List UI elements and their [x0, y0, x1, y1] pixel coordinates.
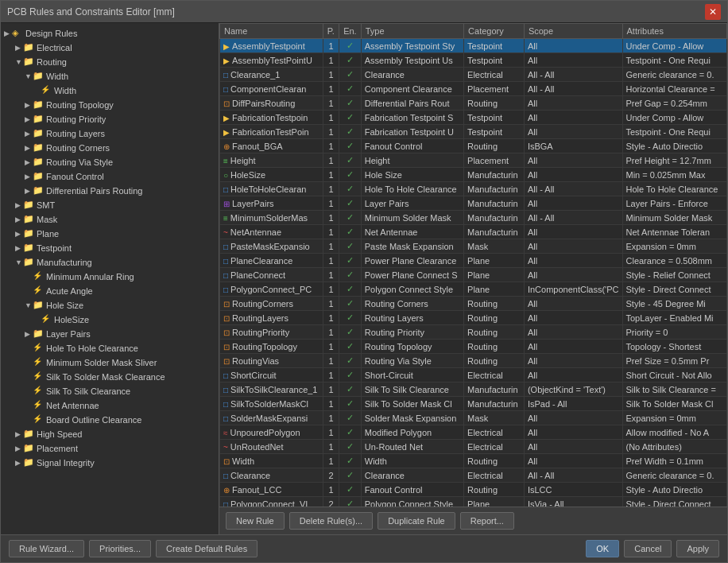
tree-item-layer-pairs[interactable]: ▶📁 Layer Pairs	[1, 327, 219, 341]
cell-enabled[interactable]: ✓	[339, 82, 362, 96]
tree-item-hole-size[interactable]: ▼📁 Hole Size	[1, 298, 219, 313]
cell-enabled[interactable]: ✓	[339, 354, 362, 368]
enabled-checkbox[interactable]: ✓	[347, 499, 354, 507]
cell-enabled[interactable]: ✓	[339, 139, 362, 153]
table-row[interactable]: □PolygonConnect_VI2✓Polygon Connect Styl…	[220, 497, 727, 507]
table-row[interactable]: ⊞LayerPairs1✓Layer PairsManufacturinAllL…	[220, 196, 727, 211]
cell-enabled[interactable]: ✓	[339, 282, 362, 297]
tree-item-routing[interactable]: ▼📁 Routing	[1, 55, 219, 69]
enabled-checkbox[interactable]: ✓	[347, 341, 354, 351]
tree-item-placement[interactable]: ▶📁 Placement	[1, 441, 219, 456]
tree-item-signal-integrity[interactable]: ▶📁 Signal Integrity	[1, 456, 219, 470]
table-row[interactable]: ≡Height1✓HeightPlacementAllPref Height =…	[220, 153, 727, 168]
enabled-checkbox[interactable]: ✓	[347, 270, 354, 279]
tree-item-silk-solder-mask[interactable]: ⚡ Silk To Solder Mask Clearance	[1, 370, 219, 384]
enabled-checkbox[interactable]: ✓	[347, 284, 354, 293]
table-row[interactable]: ▶AssemblyTestPointU1✓Assembly Testpoint …	[220, 53, 727, 68]
tree-item-smt[interactable]: ▶📁 SMT	[1, 198, 219, 212]
tree-item-design-rules[interactable]: ▶◈ Design Rules	[1, 26, 219, 41]
cell-enabled[interactable]: ✓	[339, 297, 362, 311]
cell-enabled[interactable]: ✓	[339, 325, 362, 340]
ok-button[interactable]: OK	[586, 540, 619, 557]
enabled-checkbox[interactable]: ✓	[347, 55, 354, 64]
enabled-checkbox[interactable]: ✓	[347, 98, 354, 107]
tree-item-routing-via-style[interactable]: ▶📁 Routing Via Style	[1, 155, 219, 169]
tree-item-width[interactable]: ▼📁 Width	[1, 69, 219, 83]
cell-enabled[interactable]: ✓	[339, 211, 362, 225]
table-row[interactable]: ⊡RoutingCorners1✓Routing CornersRoutingA…	[220, 297, 727, 311]
tree-item-board-outline[interactable]: ⚡ Board Outline Clearance	[1, 413, 219, 427]
table-row[interactable]: □ShortCircuit1✓Short-CircuitElectricalAl…	[220, 368, 727, 382]
enabled-checkbox[interactable]: ✓	[347, 327, 354, 336]
cell-enabled[interactable]: ✓	[339, 497, 362, 507]
table-row[interactable]: □Clearance2✓ClearanceElectricalAll - All…	[220, 468, 727, 483]
enabled-checkbox[interactable]: ✓	[347, 470, 354, 480]
tree-item-routing-topology[interactable]: ▶📁 Routing Topology	[1, 98, 219, 112]
tree-item-width-rule[interactable]: ⚡ Width	[1, 83, 219, 98]
table-row[interactable]: □ComponentClearan1✓Component ClearancePl…	[220, 82, 727, 96]
table-row[interactable]: □PlaneConnect1✓Power Plane Connect SPlan…	[220, 268, 727, 282]
enabled-checkbox[interactable]: ✓	[347, 155, 354, 165]
enabled-checkbox[interactable]: ✓	[347, 370, 354, 379]
cancel-button[interactable]: Cancel	[624, 540, 672, 557]
table-row[interactable]: □SolderMaskExpansi1✓Solder Mask Expansio…	[220, 411, 727, 425]
enabled-checkbox[interactable]: ✓	[347, 83, 354, 93]
apply-button[interactable]: Apply	[676, 540, 719, 557]
table-row[interactable]: ~NetAntennae1✓Net AntennaeManufacturinAl…	[220, 225, 727, 239]
table-row[interactable]: □Clearance_11✓ClearanceElectricalAll - A…	[220, 68, 727, 82]
tree-item-routing-layers[interactable]: ▶📁 Routing Layers	[1, 126, 219, 141]
duplicate-rule-button[interactable]: Duplicate Rule	[378, 512, 455, 530]
tree-item-electrical[interactable]: ▶📁 Electrical	[1, 41, 219, 55]
enabled-checkbox[interactable]: ✓	[347, 427, 354, 437]
enabled-checkbox[interactable]: ✓	[347, 227, 354, 236]
cell-enabled[interactable]: ✓	[339, 68, 362, 82]
table-row[interactable]: ⊕Fanout_LCC1✓Fanout ControlRoutingIsLCCS…	[220, 483, 727, 497]
tree-item-high-speed[interactable]: ▶📁 High Speed	[1, 427, 219, 441]
enabled-checkbox[interactable]: ✓	[347, 298, 354, 308]
tree-item-manufacturing[interactable]: ▼📁 Manufacturing	[1, 255, 219, 270]
cell-enabled[interactable]: ✓	[339, 268, 362, 282]
table-row[interactable]: ⊡RoutingTopology1✓Routing TopologyRoutin…	[220, 340, 727, 354]
enabled-checkbox[interactable]: ✓	[347, 141, 354, 150]
table-row[interactable]: ⊡RoutingPriority1✓Routing PriorityRoutin…	[220, 325, 727, 340]
enabled-checkbox[interactable]: ✓	[347, 384, 354, 394]
cell-enabled[interactable]: ✓	[339, 239, 362, 254]
table-row[interactable]: ≈UnpouredPolygon1✓Modified PolygonElectr…	[220, 425, 727, 440]
cell-enabled[interactable]: ✓	[339, 111, 362, 125]
enabled-checkbox[interactable]: ✓	[347, 484, 354, 494]
enabled-checkbox[interactable]: ✓	[347, 126, 354, 136]
tree-item-silk-to-silk[interactable]: ⚡ Silk To Silk Clearance	[1, 384, 219, 398]
enabled-checkbox[interactable]: ✓	[347, 398, 354, 408]
cell-enabled[interactable]: ✓	[339, 340, 362, 354]
tree-item-min-annular-ring[interactable]: ⚡ Minimum Annular Ring	[1, 270, 219, 284]
table-row[interactable]: □PasteMaskExpansio1✓Paste Mask Expansion…	[220, 239, 727, 254]
table-row[interactable]: ▶FabricationTestpoin1✓Fabrication Testpo…	[220, 111, 727, 125]
table-row[interactable]: □SilkToSilkClearance_11✓Silk To Silk Cle…	[220, 382, 727, 397]
cell-enabled[interactable]: ✓	[339, 483, 362, 497]
table-row[interactable]: □HoleToHoleClearan1✓Hole To Hole Clearan…	[220, 182, 727, 196]
table-row[interactable]: □PlaneClearance1✓Power Plane ClearancePl…	[220, 254, 727, 268]
enabled-checkbox[interactable]: ✓	[347, 355, 354, 365]
table-row[interactable]: ⊡DiffPairsRouting1✓Differential Pairs Ro…	[220, 96, 727, 111]
tree-item-hole-to-hole[interactable]: ⚡ Hole To Hole Clearance	[1, 341, 219, 355]
cell-enabled[interactable]: ✓	[339, 254, 362, 268]
table-row[interactable]: ○HoleSize1✓Hole SizeManufacturinAllMin =…	[220, 168, 727, 182]
tree-item-min-solder-mask[interactable]: ⚡ Minimum Solder Mask Sliver	[1, 355, 219, 370]
tree-item-mask[interactable]: ▶📁 Mask	[1, 212, 219, 227]
table-row[interactable]: □SilkToSolderMaskCl1✓Silk To Solder Mask…	[220, 397, 727, 411]
tree-item-routing-corners[interactable]: ▶📁 Routing Corners	[1, 141, 219, 155]
create-defaults-button[interactable]: Create Default Rules	[156, 540, 258, 557]
new-rule-button[interactable]: New Rule	[226, 512, 285, 530]
cell-enabled[interactable]: ✓	[339, 196, 362, 211]
table-row[interactable]: ▶FabricationTestPoin1✓Fabrication Testpo…	[220, 125, 727, 139]
enabled-checkbox[interactable]: ✓	[347, 441, 354, 451]
cell-enabled[interactable]: ✓	[339, 382, 362, 397]
report-button[interactable]: Report...	[460, 512, 514, 530]
cell-enabled[interactable]: ✓	[339, 168, 362, 182]
cell-enabled[interactable]: ✓	[339, 411, 362, 425]
enabled-checkbox[interactable]: ✓	[347, 313, 354, 322]
enabled-checkbox[interactable]: ✓	[347, 69, 354, 79]
tree-item-hole-size-rule[interactable]: ⚡ HoleSize	[1, 313, 219, 327]
tree-item-diff-pairs-routing[interactable]: ▶📁 Differential Pairs Routing	[1, 184, 219, 198]
enabled-checkbox[interactable]: ✓	[347, 255, 354, 265]
